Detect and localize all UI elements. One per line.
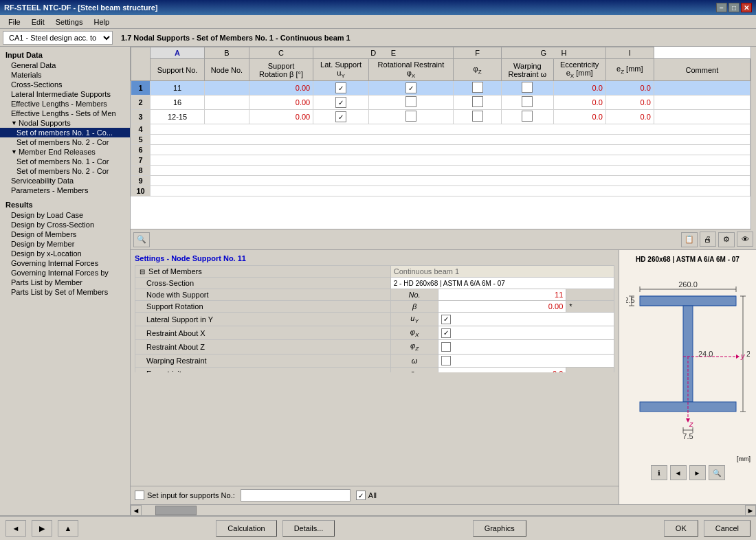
sidebar-item-set1-active[interactable]: Set of members No. 1 - Co... — [0, 128, 130, 137]
cell-lat-2[interactable] — [313, 95, 368, 110]
details-button[interactable]: Details... — [282, 520, 335, 537]
cell-rotz-3[interactable] — [454, 110, 502, 124]
sidebar-item-serviceability[interactable]: Serviceability Data — [0, 176, 130, 185]
sidebar-item-governing-forces[interactable]: Governing Internal Forces — [0, 258, 130, 268]
sidebar-item-mer-set1[interactable]: Set of members No. 1 - Cor — [0, 157, 130, 166]
cell-rotx-1[interactable] — [368, 81, 453, 95]
horizontal-scrollbar[interactable]: ◄ ► — [131, 504, 756, 515]
maximize-button[interactable]: □ — [729, 3, 740, 12]
checkbox-restraint-z[interactable] — [441, 342, 451, 352]
cell-rotation-2[interactable]: 0.00 — [249, 95, 313, 110]
sidebar-item-parameters-members[interactable]: Parameters - Members — [0, 185, 130, 195]
settings-icon-button[interactable]: ⚙ — [718, 232, 735, 247]
cell-comment-3[interactable] — [654, 110, 750, 124]
checkbox-rotz-1[interactable] — [472, 82, 483, 93]
table-row[interactable]: 10 — [131, 186, 751, 196]
scroll-thumb[interactable] — [155, 506, 197, 515]
cell-comment-1[interactable] — [654, 81, 750, 95]
ok-button[interactable]: OK — [664, 520, 698, 537]
cancel-button[interactable]: Cancel — [704, 520, 751, 537]
scroll-left-button[interactable]: ◄ — [131, 505, 142, 516]
all-checkbox[interactable] — [356, 491, 366, 500]
checkbox-restraint-x[interactable] — [441, 328, 451, 338]
checkbox-rotx-3[interactable] — [405, 111, 416, 122]
checkbox-lat-3[interactable] — [335, 111, 346, 122]
checkbox-warping[interactable] — [441, 356, 451, 365]
cell-rotz-1[interactable] — [454, 81, 502, 95]
table-row[interactable]: 3 12-15 0.00 0.0 0.0 — [131, 110, 751, 124]
checkbox-rotz-2[interactable] — [472, 96, 483, 107]
sidebar-item-design-member[interactable]: Design by Member — [0, 239, 130, 249]
table-row[interactable]: 6 — [131, 145, 751, 155]
cell-rotation-3[interactable]: 0.00 — [249, 110, 313, 124]
cell-eccz-2[interactable]: 0.0 — [605, 95, 654, 110]
cs-prev-button[interactable]: ◄ — [670, 465, 687, 480]
vertical-scrollbar[interactable] — [751, 47, 756, 229]
table-row[interactable]: 2 16 0.00 0.0 0.0 — [131, 95, 751, 110]
cell-comment-2[interactable] — [654, 95, 750, 110]
scroll-right-button[interactable]: ► — [745, 505, 756, 516]
sidebar-item-lateral-intermediate[interactable]: Lateral Intermediate Supports — [0, 89, 130, 99]
sidebar-item-effective-lengths-sets[interactable]: Effective Lengths - Sets of Men — [0, 109, 130, 118]
cell-warp-3[interactable] — [502, 110, 554, 124]
sidebar-item-design-cross-section[interactable]: Design by Cross-Section — [0, 220, 130, 229]
sidebar-item-parts-list-member[interactable]: Parts List by Member — [0, 278, 130, 287]
sidebar-item-design-set-members[interactable]: Design of Members — [0, 229, 130, 239]
table-row[interactable]: 4 — [131, 124, 751, 135]
cell-rotx-2[interactable] — [368, 95, 453, 110]
cell-lat-3[interactable] — [313, 110, 368, 124]
table-row[interactable]: 9 — [131, 176, 751, 186]
menu-settings[interactable]: Settings — [50, 16, 89, 27]
sidebar-item-design-x-location[interactable]: Design by x-Location — [0, 249, 130, 258]
cs-zoom-button[interactable]: 🔍 — [709, 465, 725, 480]
sidebar-item-parts-list-set[interactable]: Parts List by Set of Members — [0, 287, 130, 297]
cell-lat-1[interactable] — [313, 81, 368, 95]
nav-back-button[interactable]: ◄ — [5, 520, 26, 537]
cell-rotz-2[interactable] — [454, 95, 502, 110]
checkbox-rotx-2[interactable] — [405, 96, 416, 107]
sidebar-item-set2[interactable]: Set of members No. 2 - Cor — [0, 137, 130, 147]
menu-edit[interactable]: Edit — [26, 16, 50, 27]
settings-val-warping[interactable] — [438, 354, 614, 367]
sidebar-item-governing-forces-by[interactable]: Governing Internal Forces by — [0, 268, 130, 278]
table-row[interactable]: 8 — [131, 166, 751, 176]
menu-help[interactable]: Help — [88, 16, 115, 27]
design-case-dropdown[interactable]: CA1 - Steel design acc. to NTC- — [3, 31, 113, 45]
settings-val-ecc-x[interactable]: 0.0 — [438, 367, 566, 372]
cell-rotx-3[interactable] — [368, 110, 453, 124]
collapse-icon[interactable]: ⊟ — [140, 268, 145, 275]
cell-rotation-1[interactable]: 0.00 — [249, 81, 313, 95]
cell-eccx-2[interactable]: 0.0 — [553, 95, 605, 110]
sidebar-item-design-load-case[interactable]: Design by Load Case — [0, 210, 130, 220]
sidebar-item-nodal-supports-group[interactable]: ▼ Nodal Supports — [0, 118, 130, 128]
search-button[interactable]: 🔍 — [133, 232, 150, 247]
print-button[interactable]: 🖨 — [700, 232, 716, 247]
settings-val-restraint-x[interactable] — [438, 326, 614, 340]
info-button[interactable]: ℹ — [651, 465, 667, 480]
settings-val-lateral[interactable] — [438, 313, 614, 326]
sidebar-item-general-data[interactable]: General Data — [0, 60, 130, 70]
checkbox-lat-2[interactable] — [335, 97, 346, 108]
cell-eccx-1[interactable]: 0.0 — [553, 81, 605, 95]
set-input-checkbox[interactable] — [135, 491, 144, 500]
eye-button[interactable]: 👁 — [737, 232, 753, 247]
calculation-button[interactable]: Calculation — [216, 520, 276, 537]
sidebar-item-materials[interactable]: Materials — [0, 70, 130, 80]
menu-file[interactable]: File — [3, 16, 26, 27]
graphics-button[interactable]: Graphics — [473, 520, 526, 537]
sidebar-item-cross-sections[interactable]: Cross-Sections — [0, 80, 130, 89]
sidebar-item-mer-set2[interactable]: Set of members No. 2 - Cor — [0, 166, 130, 176]
cell-eccz-1[interactable]: 0.0 — [605, 81, 654, 95]
close-button[interactable]: ✕ — [741, 3, 752, 12]
checkbox-warp-1[interactable] — [522, 82, 533, 93]
checkbox-lat-1[interactable] — [335, 82, 346, 93]
nav-up-button[interactable]: ▲ — [58, 520, 78, 537]
sidebar-item-member-end-releases-group[interactable]: ▼ Member End Releases — [0, 147, 130, 157]
supports-number-input[interactable] — [241, 489, 351, 502]
cs-next-button[interactable]: ► — [689, 465, 706, 480]
cell-eccx-3[interactable]: 0.0 — [553, 110, 605, 124]
settings-val-restraint-z[interactable] — [438, 340, 614, 354]
cell-warp-2[interactable] — [502, 95, 554, 110]
checkbox-warp-2[interactable] — [522, 96, 533, 107]
checkbox-lateral-support[interactable] — [441, 315, 451, 324]
